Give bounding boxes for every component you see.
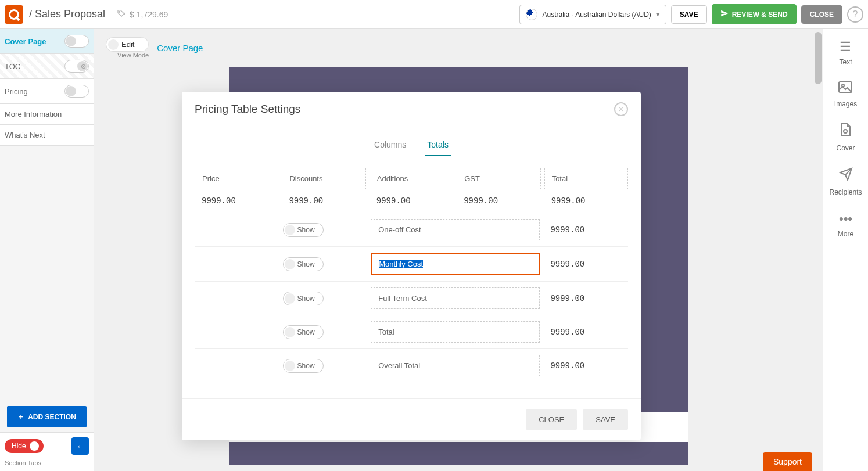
review-send-button[interactable]: REVIEW & SEND [712,4,797,24]
row-amount: 9999.00 [543,225,628,235]
sidebar-item-label: Pricing [5,87,28,96]
column-headers: Price Discounts Additions GST Total [195,168,628,189]
row-label-input[interactable] [371,219,540,240]
row-amount: 9999.00 [543,260,628,269]
top-header: / Sales Proposal $ 1,729.69 Australia - … [0,0,868,29]
sidebar-item-label: Cover Page [5,37,46,46]
currency-selector[interactable]: Australia - Australian Dollars (AUD) ▾ [519,5,666,24]
tool-more[interactable]: ••• More [838,211,853,238]
section-tabs-label: Section Tabs [0,459,94,471]
tool-images[interactable]: Images [834,81,857,108]
col-total[interactable]: Total [544,168,628,189]
sidebar-item-toc[interactable]: TOC ⊘ [0,54,94,79]
row-label-input[interactable] [371,253,540,275]
modal-close-button[interactable]: CLOSE [526,409,577,430]
show-toggle[interactable]: Show [283,292,324,305]
close-button[interactable]: CLOSE [801,5,842,24]
tab-totals[interactable]: Totals [425,136,451,156]
plus-icon: ＋ [17,412,24,422]
pricing-table-settings-modal: Pricing Table Settings ✕ Columns Totals … [182,92,641,440]
col-additions[interactable]: Additions [370,168,453,189]
show-toggle[interactable]: Show [283,223,324,237]
row-label-input[interactable] [371,355,540,376]
eye-off-icon: ⊘ [81,63,86,70]
review-label: REVIEW & SEND [732,10,788,19]
tool-text[interactable]: ☰ Text [839,39,852,66]
show-toggle[interactable]: Show [283,359,324,373]
flag-icon [526,9,537,20]
collapse-sidebar-button[interactable]: ← [71,437,89,455]
tools-sidebar: ☰ Text Images Cover Recipients ••• More [823,29,868,471]
hide-toggle[interactable]: Hide [5,439,44,453]
total-row-total: Show 9999.00 [195,315,628,348]
sidebar-item-cover-page[interactable]: Cover Page [0,29,94,54]
total-row-monthly: Show 9999.00 [195,246,628,281]
cover-icon [839,123,852,141]
visibility-toggle[interactable] [64,85,89,98]
sidebar-item-label: TOC [5,62,20,71]
tag-icon [117,9,126,20]
sidebar-item-whats-next[interactable]: What's Next [0,125,94,146]
add-section-button[interactable]: ＋ ADD SECTION [7,406,87,427]
text-icon: ☰ [840,39,851,55]
app-logo[interactable] [5,5,23,24]
visibility-toggle[interactable] [64,35,89,48]
more-icon: ••• [839,211,852,226]
modal-close-icon[interactable]: ✕ [614,102,628,116]
total-row-oneoff: Show 9999.00 [195,213,628,246]
price-value: $ 1,729.69 [130,10,168,19]
breadcrumb: Cover Page [157,43,203,53]
scrollbar-vertical[interactable] [813,29,823,471]
support-button[interactable]: Support [763,452,812,471]
send-icon [720,9,729,19]
chevron-down-icon: ▾ [656,10,660,19]
sidebar-item-pricing[interactable]: Pricing [0,79,94,104]
modal-save-button[interactable]: SAVE [583,409,628,430]
column-values: 9999.00 9999.00 9999.00 9999.00 9999.00 [195,193,628,213]
show-toggle[interactable]: Show [283,257,324,271]
tab-columns[interactable]: Columns [372,136,408,156]
tool-cover[interactable]: Cover [836,123,855,152]
sidebar-item-label: What's Next [5,131,45,139]
add-section-label: ADD SECTION [28,413,76,421]
hide-label: Hide [12,442,26,450]
price-tag: $ 1,729.69 [117,9,168,20]
row-label-input[interactable] [371,321,540,343]
sidebar-item-label: More Information [5,110,62,118]
tool-recipients[interactable]: Recipients [829,167,862,196]
svg-point-3 [844,130,847,133]
row-label-input[interactable] [371,287,540,309]
help-icon[interactable]: ? [847,6,863,23]
total-row-overall: Show 9999.00 [195,348,628,382]
row-amount: 9999.00 [543,294,628,303]
svg-point-0 [119,11,120,12]
col-price[interactable]: Price [195,168,278,189]
send-icon [839,167,853,185]
document-title: / Sales Proposal [29,8,105,20]
total-row-fullterm: Show 9999.00 [195,281,628,315]
arrow-left-icon: ← [77,442,84,451]
currency-label: Australia - Australian Dollars (AUD) [542,10,651,19]
modal-tabs: Columns Totals [182,127,641,156]
sections-sidebar: Cover Page TOC ⊘ Pricing More Informatio… [0,29,94,471]
save-button[interactable]: SAVE [671,5,707,24]
modal-title: Pricing Table Settings [195,103,300,116]
col-discounts[interactable]: Discounts [282,168,365,189]
col-gst[interactable]: GST [457,168,540,189]
image-icon [838,81,852,96]
show-toggle[interactable]: Show [283,325,324,339]
edit-mode-toggle[interactable]: Edit [106,37,149,52]
view-mode-label: View Mode [106,52,149,59]
row-amount: 9999.00 [543,328,628,337]
sidebar-item-more-information[interactable]: More Information [0,104,94,125]
row-amount: 9999.00 [543,361,628,371]
visibility-toggle[interactable]: ⊘ [64,60,89,73]
